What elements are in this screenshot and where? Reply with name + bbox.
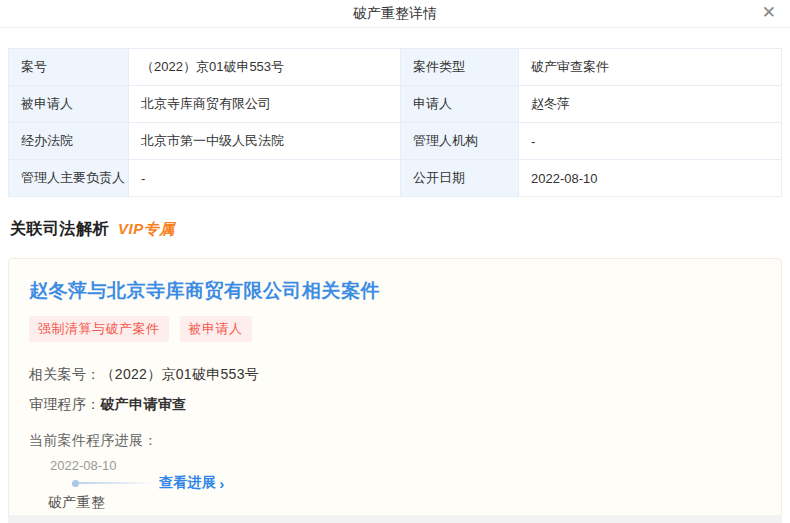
table-value-administrator-head: - [129, 160, 401, 197]
modal-header: 破产重整详情 ✕ [0, 0, 790, 28]
related-analysis-section-header: 关联司法解析 VIP专属 [10, 219, 782, 240]
table-value-publish-date: 2022-08-10 [519, 160, 782, 197]
timeline-stage-label: 破产重整 [48, 494, 761, 512]
timeline-date: 2022-08-10 [50, 458, 761, 473]
table-label-administrator-org: 管理人机构 [401, 123, 519, 160]
case-info-table: 案号 （2022）京01破申553号 案件类型 破产审查案件 被申请人 北京寺库… [8, 48, 782, 197]
related-case-number-value: （2022）京01破申553号 [101, 366, 260, 382]
table-value-applicant: 赵冬萍 [519, 86, 782, 123]
timeline-track: 查看进展 › [72, 479, 761, 487]
table-label-respondent: 被申请人 [9, 86, 129, 123]
table-label-publish-date: 公开日期 [401, 160, 519, 197]
vip-badge: VIP专属 [118, 220, 175, 239]
table-label-administrator-head: 管理人主要负责人 [9, 160, 129, 197]
case-progress-timeline: 2022-08-10 查看进展 › 破产重整 [29, 458, 761, 512]
close-icon[interactable]: ✕ [760, 1, 778, 25]
table-label-case-number: 案号 [9, 49, 129, 86]
table-value-court: 北京市第一中级人民法院 [129, 123, 401, 160]
table-label-case-type: 案件类型 [401, 49, 519, 86]
trial-procedure-value: 破产申请审查 [101, 396, 187, 412]
view-progress-link[interactable]: 查看进展 › [159, 474, 225, 492]
view-progress-label: 查看进展 [159, 474, 216, 492]
page-title: 破产重整详情 [0, 0, 790, 26]
table-label-court: 经办法院 [9, 123, 129, 160]
table-value-administrator-org: - [519, 123, 782, 160]
table-value-respondent: 北京寺库商贸有限公司 [129, 86, 401, 123]
progress-section-label: 当前案件程序进展： [29, 432, 761, 450]
chevron-right-icon: › [219, 476, 224, 491]
timeline-dot-icon [72, 480, 79, 487]
party-role-tag: 被申请人 [180, 316, 252, 342]
related-case-link[interactable]: 赵冬萍与北京寺库商贸有限公司相关案件 [29, 278, 380, 304]
table-label-applicant: 申请人 [401, 86, 519, 123]
section-title: 关联司法解析 [10, 219, 109, 240]
trial-procedure-label: 审理程序： [29, 396, 101, 412]
table-value-case-type: 破产审查案件 [519, 49, 782, 86]
case-category-tag: 强制清算与破产案件 [29, 316, 169, 342]
trial-procedure-row: 审理程序：破产申请审查 [29, 396, 761, 414]
timeline-line [79, 482, 151, 484]
table-value-case-number: （2022）京01破申553号 [129, 49, 401, 86]
related-case-number-label: 相关案号： [29, 366, 101, 382]
next-section-edge [8, 515, 782, 523]
related-case-number-row: 相关案号：（2022）京01破申553号 [29, 366, 761, 384]
tag-row: 强制清算与破产案件 被申请人 [29, 316, 761, 342]
related-case-card: 赵冬萍与北京寺库商贸有限公司相关案件 强制清算与破产案件 被申请人 相关案号：（… [8, 258, 782, 523]
